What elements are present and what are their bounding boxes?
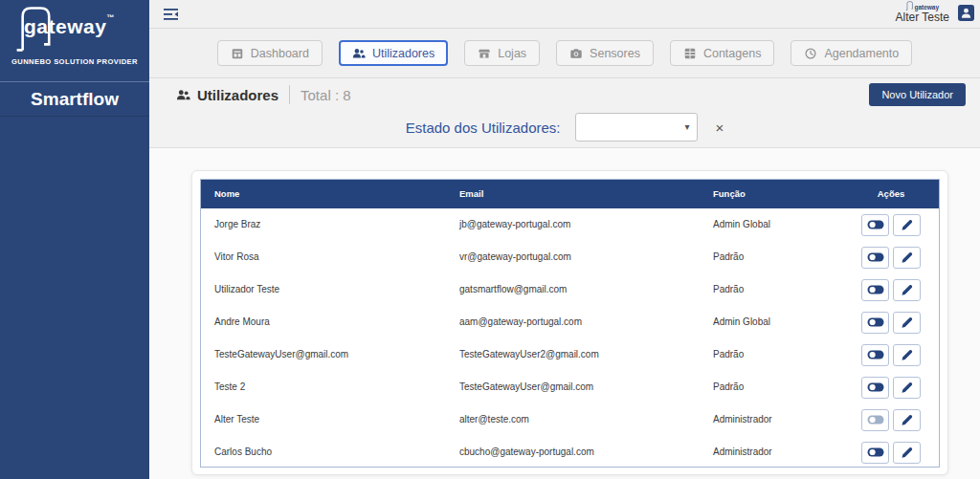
user-role-cell: Padrão — [700, 241, 843, 273]
table-row: Utilizador Teste gatsmartflow@gmail.com … — [201, 273, 939, 306]
tab-label: Sensores — [590, 47, 640, 60]
user-email-cell: TesteGatewayUser2@gmail.com — [446, 338, 700, 371]
actions-cell — [843, 436, 939, 468]
pencil-icon — [901, 414, 913, 426]
user-name-cell: Jorge Braz — [201, 208, 446, 241]
user-role-cell: Padrão — [700, 273, 843, 306]
tab-agendamento[interactable]: Agendamento — [791, 40, 912, 66]
actions-cell — [843, 338, 939, 371]
header-email: Email — [446, 180, 700, 208]
app-name: Smartflow — [31, 89, 119, 110]
actions-cell — [843, 306, 939, 338]
user-area: gateway Alter Teste — [896, 1, 974, 24]
toggle-icon — [867, 252, 884, 262]
edit-user-button[interactable] — [893, 279, 921, 301]
user-status-select[interactable]: ▾ — [575, 113, 698, 142]
edit-user-button[interactable] — [893, 247, 921, 269]
tab-label: Utilizadores — [372, 47, 434, 60]
tab-contagens[interactable]: Contagens — [670, 40, 774, 66]
toggle-icon — [867, 285, 884, 294]
tab-utilizadores[interactable]: Utilizadores — [339, 40, 448, 66]
table-row: TesteGatewayUser@gmail.com TesteGatewayU… — [201, 338, 939, 371]
edit-user-button[interactable] — [893, 344, 921, 366]
user-role-cell: Admin Global — [700, 208, 843, 241]
header-acoes: Ações — [843, 180, 939, 208]
pencil-icon — [901, 349, 913, 361]
toggle-active-button[interactable] — [861, 312, 889, 334]
edit-user-button[interactable] — [893, 214, 921, 236]
table-row: Andre Moura aam@gateway-portugal.com Adm… — [201, 306, 939, 338]
user-name-cell: Alter Teste — [201, 403, 446, 436]
header-funcao: Função — [700, 180, 843, 208]
user-name-cell: Carlos Bucho — [201, 436, 446, 468]
camera-icon — [569, 47, 583, 60]
pencil-icon — [901, 381, 913, 394]
user-name-cell: Utilizador Teste — [201, 273, 446, 306]
dashboard-icon — [231, 47, 244, 60]
toggle-icon — [867, 415, 884, 425]
toggle-active-button[interactable] — [861, 442, 889, 464]
menu-fold-icon[interactable] — [163, 8, 179, 21]
store-icon — [478, 47, 491, 60]
pencil-icon — [901, 251, 913, 264]
table-row: Carlos Bucho cbucho@gateway-portugal.com… — [201, 436, 939, 468]
toggle-active-button[interactable] — [861, 409, 889, 431]
brand-trademark: ™ — [106, 13, 115, 22]
table-row: Teste 2 TesteGatewayUser@gmail.com Padrã… — [201, 371, 939, 403]
toggle-icon — [867, 382, 884, 392]
actions-cell — [843, 403, 939, 436]
topbar: gateway Alter Teste — [149, 0, 980, 29]
counts-icon — [683, 47, 697, 60]
tab-dashboard[interactable]: Dashboard — [217, 40, 323, 66]
actions-cell — [843, 273, 939, 306]
tab-sensores[interactable]: Sensores — [556, 40, 654, 66]
pencil-icon — [901, 446, 913, 459]
user-name-cell: TesteGatewayUser@gmail.com — [201, 338, 446, 371]
user-role-cell: Padrão — [700, 371, 843, 403]
toggle-icon — [867, 350, 884, 359]
pencil-icon — [901, 219, 913, 231]
new-user-button[interactable]: Novo Utilizador — [869, 83, 966, 106]
actions-cell — [843, 241, 939, 273]
title-divider — [289, 85, 290, 104]
toggle-active-button[interactable] — [861, 344, 889, 366]
clear-filter-button[interactable]: × — [715, 120, 724, 136]
toggle-icon — [867, 220, 884, 229]
tab-lojas[interactable]: Lojas — [464, 40, 540, 66]
total-count: Total : 8 — [301, 87, 351, 103]
user-email-cell: vr@gateway-portugal.com — [446, 241, 700, 273]
edit-user-button[interactable] — [893, 409, 921, 431]
toggle-icon — [867, 447, 884, 457]
page-header: Utilizadores Total : 8 Novo Utilizador E… — [149, 78, 980, 148]
user-role-cell: Administrador — [700, 436, 843, 468]
edit-user-button[interactable] — [893, 442, 921, 464]
user-profile-icon[interactable] — [958, 5, 974, 21]
toggle-active-button[interactable] — [861, 279, 889, 301]
edit-user-button[interactable] — [893, 312, 921, 334]
table-row: Alter Teste alter@teste.com Administrado… — [201, 403, 939, 436]
toggle-active-button[interactable] — [861, 377, 889, 399]
edit-user-button[interactable] — [893, 377, 921, 399]
actions-cell — [843, 208, 939, 241]
table-row: Vitor Rosa vr@gateway-portugal.com Padrã… — [201, 241, 939, 273]
users-table: Nome Email Função Ações Jorge Braz jb@ga… — [200, 179, 940, 468]
page-title: Utilizadores — [197, 87, 278, 103]
brand-name: gateway — [24, 15, 106, 37]
table-body: Jorge Braz jb@gateway-portugal.com Admin… — [201, 208, 939, 468]
toggle-icon — [867, 317, 884, 327]
users-icon — [352, 47, 366, 60]
chevron-down-icon: ▾ — [684, 121, 689, 132]
brand-logo: gateway™ GUNNEBO SOLUTION PROVIDER — [0, 0, 149, 82]
user-email-cell: aam@gateway-portugal.com — [446, 306, 700, 338]
user-role-cell: Administrador — [700, 403, 843, 436]
nav-tabs: Dashboard Utilizadores Lojas Sensores Co… — [149, 29, 980, 78]
toggle-active-button[interactable] — [861, 247, 889, 269]
pencil-icon — [901, 284, 913, 296]
toggle-active-button[interactable] — [861, 214, 889, 236]
pencil-icon — [901, 316, 913, 329]
mini-gateway-logo: gateway — [905, 1, 939, 11]
logged-in-user-name: Alter Teste — [896, 11, 949, 24]
user-role-cell: Admin Global — [700, 306, 843, 338]
user-email-cell: alter@teste.com — [446, 403, 700, 436]
clock-icon — [804, 47, 817, 60]
